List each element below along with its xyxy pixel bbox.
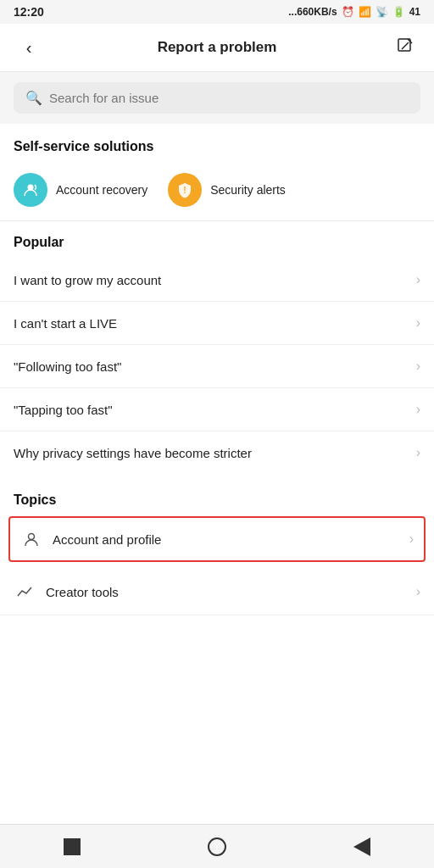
- search-input[interactable]: [49, 91, 409, 105]
- self-service-row: Account recovery ! Security alerts: [0, 173, 434, 221]
- chevron-right-icon: ›: [416, 402, 420, 417]
- security-alerts-item[interactable]: ! Security alerts: [168, 173, 286, 207]
- topics-section: Topics Account and profile ›: [0, 477, 434, 619]
- list-item-text: I want to grow my account: [14, 273, 161, 287]
- chart-icon: [14, 581, 36, 603]
- nav-stop-button[interactable]: [52, 826, 92, 867]
- chevron-right-icon: ›: [416, 272, 420, 287]
- list-item[interactable]: "Following too fast" ›: [0, 345, 434, 388]
- page-title: Report a problem: [44, 39, 390, 56]
- list-item[interactable]: I can't start a LIVE ›: [0, 302, 434, 345]
- popular-title: Popular: [0, 235, 434, 259]
- chevron-right-icon: ›: [416, 445, 420, 460]
- search-icon: 🔍: [25, 90, 42, 106]
- account-profile-label: Account and profile: [53, 532, 161, 547]
- list-item-text: "Tapping too fast": [14, 403, 113, 417]
- list-item[interactable]: "Tapping too fast" ›: [0, 388, 434, 431]
- svg-point-3: [29, 534, 35, 540]
- battery-icon: 🔋: [392, 6, 405, 18]
- compose-icon: [396, 36, 415, 59]
- search-container: 🔍: [0, 72, 434, 124]
- nav-back-button[interactable]: [342, 826, 382, 867]
- creator-tools-label: Creator tools: [46, 585, 119, 599]
- home-icon: [208, 837, 226, 856]
- creator-tools-item[interactable]: Creator tools ›: [0, 569, 434, 615]
- status-time: 12:20: [14, 5, 44, 19]
- back-icon: ‹: [26, 38, 32, 58]
- list-item[interactable]: Why privacy settings have become stricte…: [0, 431, 434, 474]
- security-alerts-label: Security alerts: [210, 183, 286, 197]
- status-network: ...660KB/s: [288, 6, 337, 18]
- stop-icon: [64, 838, 81, 855]
- action-button[interactable]: [390, 32, 420, 63]
- nav-home-button[interactable]: [197, 826, 237, 867]
- list-item-text: "Following too fast": [14, 359, 121, 374]
- status-right: ...660KB/s ⏰ 📶 📡 🔋 41: [288, 6, 420, 18]
- list-item[interactable]: I want to grow my account ›: [0, 259, 434, 302]
- topic-left: Creator tools: [14, 581, 119, 603]
- search-bar[interactable]: 🔍: [14, 82, 420, 114]
- chevron-right-icon: ›: [409, 531, 414, 547]
- security-alerts-icon: !: [168, 173, 202, 207]
- account-recovery-label: Account recovery: [56, 183, 147, 197]
- chevron-right-icon: ›: [416, 315, 420, 331]
- self-service-section: Self-service solutions: [0, 124, 434, 173]
- back-nav-icon: [353, 837, 370, 856]
- topics-title: Topics: [0, 492, 434, 516]
- chevron-right-icon: ›: [416, 584, 420, 599]
- account-recovery-icon: [14, 173, 47, 207]
- svg-text:!: !: [184, 186, 186, 195]
- alarm-icon: ⏰: [342, 6, 354, 18]
- self-service-title: Self-service solutions: [14, 139, 420, 154]
- back-button[interactable]: ‹: [14, 32, 44, 63]
- account-profile-item[interactable]: Account and profile ›: [8, 516, 426, 562]
- list-item-text: Why privacy settings have become stricte…: [14, 446, 252, 460]
- chevron-right-icon: ›: [416, 359, 420, 374]
- account-recovery-item[interactable]: Account recovery: [14, 173, 147, 207]
- topic-left: Account and profile: [20, 528, 161, 550]
- person-icon: [20, 528, 42, 550]
- svg-rect-0: [398, 39, 410, 51]
- bottom-nav: [0, 824, 434, 868]
- status-bar: 12:20 ...660KB/s ⏰ 📶 📡 🔋 41: [0, 0, 434, 24]
- battery-level: 41: [409, 6, 420, 18]
- list-item-text: I can't start a LIVE: [14, 316, 117, 331]
- signal-icon: 📶: [359, 6, 371, 18]
- wifi-icon: 📡: [376, 6, 388, 18]
- header: ‹ Report a problem: [0, 24, 434, 72]
- popular-section: Popular I want to grow my account › I ca…: [0, 221, 434, 477]
